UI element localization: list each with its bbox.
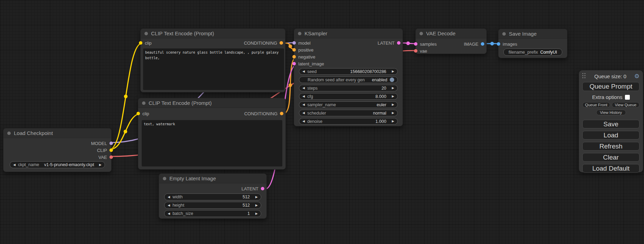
node-vae-decode[interactable]: VAE Decode samples IMAGE vae	[415, 28, 487, 54]
output-conditioning[interactable]: CONDITIONING	[244, 111, 282, 116]
node-header-empty-latent[interactable]: Empty Latent Image	[159, 174, 266, 183]
increment-arrow-icon[interactable]: ▶	[99, 163, 102, 166]
increment-arrow-icon[interactable]: ▶	[255, 196, 258, 199]
view-queue-button[interactable]: View Queue	[612, 102, 639, 108]
latent-slot-icon[interactable]	[414, 42, 417, 46]
input-samples[interactable]: samples	[416, 42, 436, 47]
drag-handle-icon[interactable]	[582, 73, 586, 79]
image-slot-icon[interactable]	[481, 42, 484, 46]
node-ksampler[interactable]: KSampler model LATENT positive	[294, 28, 403, 126]
queue-front-button[interactable]: Queue Front	[582, 102, 610, 108]
conditioning-slot-icon[interactable]	[292, 55, 296, 58]
latent-slot-icon[interactable]	[261, 187, 264, 190]
decrement-arrow-icon[interactable]: ◀	[13, 163, 16, 166]
latent-slot-icon[interactable]	[292, 62, 296, 65]
decrement-arrow-icon[interactable]: ◀	[168, 212, 170, 215]
node-header-vae-decode[interactable]: VAE Decode	[416, 29, 486, 38]
negative-prompt-textarea[interactable]: text, watermark	[142, 120, 282, 166]
collapse-dot-icon[interactable]	[144, 32, 148, 35]
queue-panel[interactable]: Queue size: 0 ⚙ Queue Prompt Extra optio…	[579, 70, 643, 172]
output-latent[interactable]: LATENT	[241, 186, 263, 191]
save-button[interactable]: Save	[582, 120, 639, 128]
decrement-arrow-icon[interactable]: ◀	[302, 70, 305, 73]
increment-arrow-icon[interactable]: ▶	[255, 204, 258, 207]
node-load-checkpoint[interactable]: Load Checkpoint MODEL CLIP VAE	[3, 128, 112, 172]
increment-arrow-icon[interactable]: ▶	[392, 87, 394, 90]
conditioning-slot-icon[interactable]	[280, 41, 283, 45]
increment-arrow-icon[interactable]: ▶	[392, 70, 394, 73]
clip-slot-icon[interactable]	[136, 112, 140, 115]
queue-prompt-button[interactable]: Queue Prompt	[582, 82, 639, 91]
sampler-name-widget[interactable]: ◀ sampler_name euler ▶	[299, 101, 398, 108]
clip-slot-icon[interactable]	[139, 41, 142, 45]
increment-arrow-icon[interactable]: ▶	[392, 95, 394, 98]
increment-arrow-icon[interactable]: ▶	[255, 212, 258, 215]
node-header-clip-negative[interactable]: CLIP Text Encode (Prompt)	[138, 98, 285, 108]
input-negative[interactable]: negative	[294, 54, 315, 60]
latent-slot-icon[interactable]	[397, 41, 400, 45]
input-clip[interactable]: clip	[138, 111, 149, 116]
refresh-button[interactable]: Refresh	[582, 142, 639, 151]
decrement-arrow-icon[interactable]: ◀	[302, 95, 305, 98]
toggle-on-icon[interactable]	[390, 78, 394, 82]
increment-arrow-icon[interactable]: ▶	[392, 111, 394, 115]
output-model[interactable]: MODEL	[91, 141, 111, 146]
conditioning-slot-icon[interactable]	[292, 48, 296, 52]
decrement-arrow-icon[interactable]: ◀	[302, 103, 305, 106]
node-clip-text-encode-negative[interactable]: CLIP Text Encode (Prompt) clip CONDITION…	[138, 98, 286, 170]
filename-prefix-widget[interactable]: filename_prefix ComfyUI	[503, 48, 562, 56]
load-button[interactable]: Load	[582, 131, 639, 139]
denoise-widget[interactable]: ◀ denoise 1.000 ▶	[299, 118, 398, 125]
decrement-arrow-icon[interactable]: ◀	[302, 120, 305, 123]
collapse-dot-icon[interactable]	[163, 177, 166, 180]
input-images[interactable]: images	[499, 42, 517, 47]
model-slot-icon[interactable]	[292, 41, 296, 45]
height-widget[interactable]: ◀ height 512 ▶	[164, 202, 261, 209]
clip-slot-icon[interactable]	[109, 148, 113, 152]
decrement-arrow-icon[interactable]: ◀	[302, 111, 305, 115]
output-image[interactable]: IMAGE	[464, 42, 483, 47]
steps-widget[interactable]: ◀ steps 20 ▶	[299, 85, 398, 91]
random-seed-toggle-widget[interactable]: Random seed after every gen enabled	[299, 76, 398, 83]
seed-widget[interactable]: ◀ seed 156680208700286 ▶	[299, 68, 398, 75]
node-clip-text-encode-positive[interactable]: CLIP Text Encode (Prompt) clip CONDITION…	[140, 28, 285, 92]
batch-size-widget[interactable]: ◀ batch_size 1 ▶	[164, 210, 261, 217]
decrement-arrow-icon[interactable]: ◀	[168, 204, 170, 207]
input-vae[interactable]: vae	[416, 48, 427, 54]
collapse-dot-icon[interactable]	[502, 32, 506, 36]
input-clip[interactable]: clip	[141, 40, 152, 46]
node-header-load-checkpoint[interactable]: Load Checkpoint	[3, 128, 111, 138]
vae-slot-icon[interactable]	[414, 49, 417, 53]
collapse-dot-icon[interactable]	[420, 32, 423, 35]
decrement-arrow-icon[interactable]: ◀	[302, 87, 305, 90]
input-positive[interactable]: positive	[294, 47, 314, 53]
cfg-widget[interactable]: ◀ cfg 8.000 ▶	[299, 93, 398, 100]
clear-button[interactable]: Clear	[582, 153, 639, 162]
increment-arrow-icon[interactable]: ▶	[392, 120, 394, 123]
image-slot-icon[interactable]	[497, 42, 500, 46]
node-header-ksampler[interactable]: KSampler	[294, 29, 403, 38]
input-model[interactable]: model	[294, 40, 310, 46]
node-header-save-image[interactable]: Save Image	[499, 29, 567, 39]
width-widget[interactable]: ◀ width 512 ▶	[164, 193, 261, 200]
positive-prompt-textarea[interactable]: beautiful scenery nature glass bottle la…	[143, 48, 284, 90]
collapse-dot-icon[interactable]	[298, 32, 301, 35]
increment-arrow-icon[interactable]: ▶	[392, 103, 394, 106]
load-default-button[interactable]: Load Default	[582, 164, 639, 173]
collapse-dot-icon[interactable]	[7, 132, 11, 135]
input-latent-image[interactable]: latent_image	[294, 61, 324, 66]
node-empty-latent-image[interactable]: Empty Latent Image LATENT ◀ width 512 ▶ …	[159, 173, 267, 219]
extra-options-checkbox[interactable]	[625, 95, 630, 100]
output-vae[interactable]: VAE	[98, 155, 111, 160]
settings-gear-icon[interactable]: ⚙	[634, 73, 639, 79]
output-latent[interactable]: LATENT	[378, 40, 399, 46]
output-clip[interactable]: CLIP	[97, 148, 111, 153]
comfyui-canvas[interactable]: Load Checkpoint MODEL CLIP VAE	[0, 0, 644, 244]
conditioning-slot-icon[interactable]	[280, 112, 283, 115]
model-slot-icon[interactable]	[109, 142, 113, 145]
scheduler-widget[interactable]: ◀ scheduler normal ▶	[299, 110, 398, 116]
node-save-image[interactable]: Save Image images filename_prefix ComfyU…	[498, 29, 567, 58]
decrement-arrow-icon[interactable]: ◀	[168, 196, 170, 199]
collapse-dot-icon[interactable]	[142, 101, 145, 105]
ckpt-name-widget[interactable]: ◀ ckpt_name v1-5-pruned-emaonly.ckpt ▶	[10, 161, 105, 168]
